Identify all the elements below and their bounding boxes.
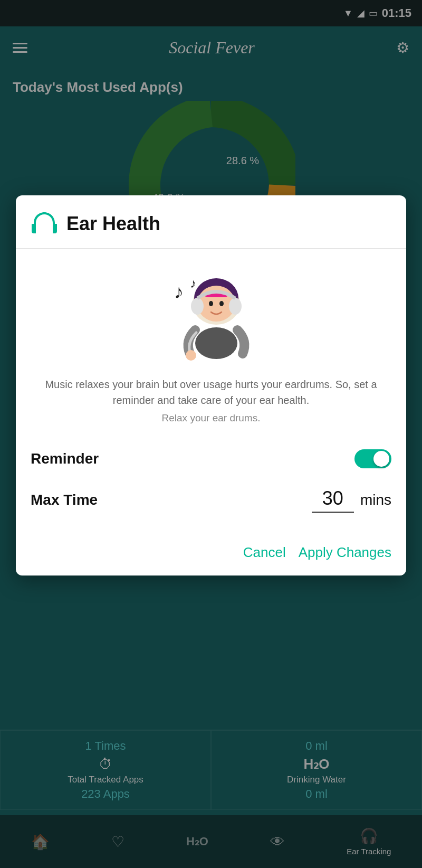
reminder-label: Reminder [31, 450, 99, 467]
svg-text:♪: ♪ [174, 281, 184, 303]
headphone-icon [31, 210, 58, 238]
apply-button[interactable]: Apply Changes [299, 544, 391, 561]
maxtime-input-wrap: 30 mins [312, 487, 391, 513]
svg-text:♪: ♪ [190, 276, 196, 290]
maxtime-unit: mins [360, 492, 391, 508]
modal-body: ♪ ♪ [16, 249, 406, 536]
modal-actions: Cancel Apply Changes [16, 536, 406, 575]
svg-point-9 [219, 301, 224, 306]
reminder-row: Reminder [31, 441, 391, 477]
maxtime-row: Max Time 30 mins [31, 477, 391, 523]
svg-point-12 [195, 327, 237, 359]
modal-title: Ear Health [66, 213, 160, 235]
person-illustration: ♪ ♪ [158, 261, 264, 362]
svg-point-8 [209, 301, 213, 306]
svg-point-11 [229, 298, 242, 315]
svg-point-10 [191, 298, 204, 315]
reminder-toggle[interactable] [354, 449, 391, 468]
modal-subtext: Relax your ear drums. [31, 412, 391, 424]
maxtime-label: Max Time [31, 492, 312, 508]
illustration-area: ♪ ♪ [31, 261, 391, 362]
cancel-button[interactable]: Cancel [243, 544, 286, 561]
toggle-knob [373, 451, 389, 467]
maxtime-value[interactable]: 30 [312, 487, 354, 513]
svg-point-13 [186, 350, 196, 361]
modal-header: Ear Health [16, 195, 406, 249]
modal-description: Music relaxes your brain but over usage … [31, 376, 391, 408]
ear-health-modal: Ear Health ♪ ♪ [16, 195, 406, 575]
